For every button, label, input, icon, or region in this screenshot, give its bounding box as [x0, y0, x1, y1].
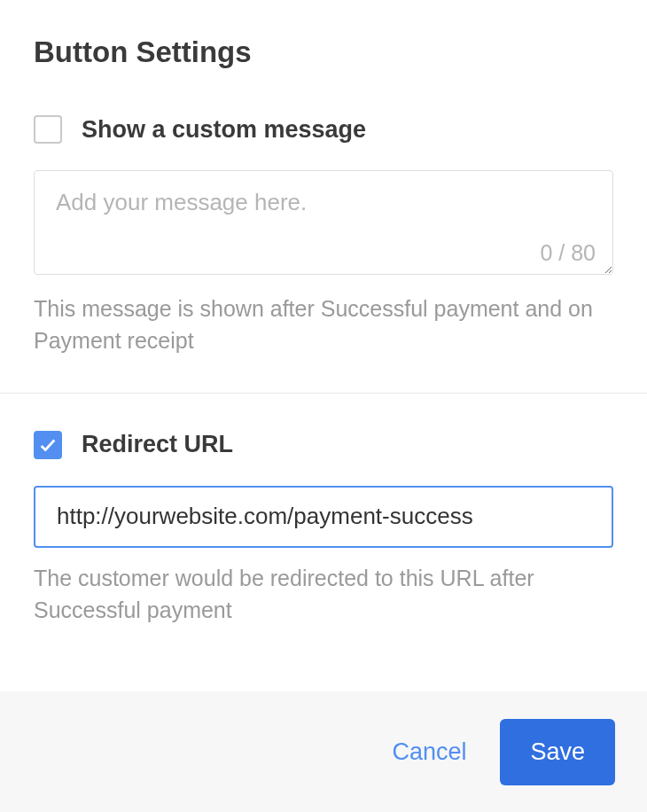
divider	[0, 393, 647, 394]
page-title: Button Settings	[34, 35, 613, 69]
custom-message-label: Show a custom message	[82, 116, 366, 144]
custom-message-group: Show a custom message 0 / 80 This messag…	[34, 115, 613, 357]
cancel-button[interactable]: Cancel	[386, 730, 472, 775]
custom-message-input[interactable]	[34, 170, 613, 275]
redirect-url-checkbox[interactable]	[34, 431, 62, 459]
save-button[interactable]: Save	[500, 719, 615, 785]
custom-message-helper: This message is shown after Successful p…	[34, 293, 613, 357]
custom-message-checkbox[interactable]	[34, 115, 62, 144]
redirect-url-group: Redirect URL The customer would be redir…	[34, 431, 613, 627]
redirect-url-helper: The customer would be redirected to this…	[34, 562, 613, 627]
checkmark-icon	[38, 435, 58, 455]
footer: Cancel Save	[0, 691, 647, 812]
redirect-url-label: Redirect URL	[82, 431, 233, 458]
redirect-url-input[interactable]	[34, 486, 613, 548]
